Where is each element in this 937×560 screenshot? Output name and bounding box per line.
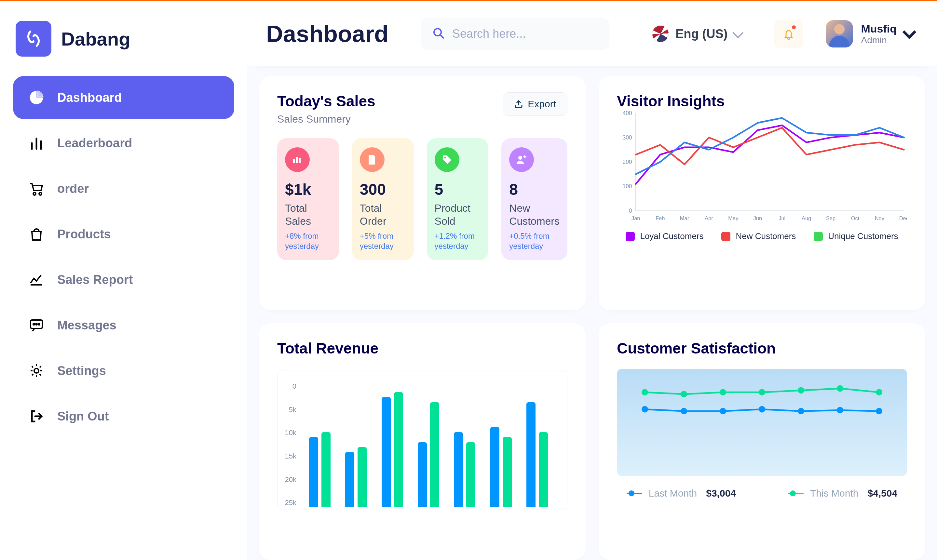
sidebar-item-settings[interactable]: Settings: [13, 349, 234, 392]
svg-point-7: [36, 323, 37, 325]
sidebar-item-label: Dashboard: [57, 91, 122, 105]
kpi-value: 5: [435, 180, 481, 198]
bar: [358, 447, 367, 507]
user-role: Admin: [861, 35, 897, 46]
svg-point-44: [641, 389, 648, 395]
legend-label: Unique Customers: [828, 231, 898, 241]
svg-point-39: [720, 408, 726, 414]
svg-point-6: [33, 323, 34, 325]
chat-icon: [27, 316, 46, 334]
svg-point-47: [759, 389, 765, 395]
svg-point-8: [39, 323, 40, 325]
brand-logo-icon: [15, 21, 51, 57]
legend-label: Loyal Customers: [640, 231, 703, 241]
legend-marker-icon: [788, 491, 804, 496]
sidebar-item-label: Leaderboard: [57, 136, 132, 150]
notifications-button[interactable]: [774, 20, 803, 48]
sidebar-item-dashboard[interactable]: Dashboard: [13, 76, 234, 119]
sidebar-item-order[interactable]: order: [13, 167, 234, 210]
svg-point-48: [798, 387, 804, 394]
kpi-tile: $1kTotal Sales+8% from yesterday: [277, 138, 339, 260]
legend-item: Loyal Customers: [626, 231, 703, 241]
bar-group: [418, 382, 439, 507]
sidebar-item-leaderboard[interactable]: Leaderboard: [13, 122, 234, 165]
bar: [345, 452, 354, 507]
total-revenue-chart: 05k10k15k20k25k: [277, 370, 567, 510]
svg-text:Sep: Sep: [826, 215, 835, 221]
kpi-icon: [360, 147, 385, 172]
kpi-icon: [435, 147, 459, 172]
kpi-delta: +0.5% from yesterday: [509, 231, 559, 251]
sidebar-item-label: Settings: [57, 364, 106, 378]
language-selector[interactable]: Eng (US): [652, 25, 742, 42]
svg-text:Apr: Apr: [705, 215, 713, 221]
chevron-down-icon: [903, 25, 916, 39]
svg-text:Aug: Aug: [801, 215, 811, 221]
svg-line-11: [441, 35, 444, 38]
svg-point-49: [837, 385, 843, 392]
search-box[interactable]: [421, 18, 609, 50]
bar: [321, 432, 331, 507]
shopping-bag-icon: [27, 225, 46, 243]
search-icon: [432, 27, 445, 41]
sidebar-item-label: Sales Report: [57, 273, 133, 287]
svg-point-4: [39, 192, 42, 195]
bar: [430, 402, 439, 507]
sidebar-item-label: Sign Out: [57, 409, 109, 423]
legend-item: Unique Customers: [814, 231, 898, 241]
card-title: Visitor Insights: [617, 92, 907, 110]
kpi-tile: 8New Customers+0.5% from yesterday: [501, 138, 567, 260]
todays-sales-card: Today's Sales Sales Summery Export $1kTo…: [259, 76, 586, 310]
legend-swatch-icon: [814, 232, 823, 241]
legend-swatch-icon: [721, 232, 730, 241]
bar-group: [526, 382, 548, 507]
total-revenue-card: Total Revenue 05k10k15k20k25k: [259, 323, 586, 560]
kpi-tile: 5Product Sold+1.2% from yesterday: [427, 138, 489, 260]
sidebar-item-sign-out[interactable]: Sign Out: [13, 395, 234, 438]
sidebar-item-label: Messages: [57, 318, 117, 332]
export-button[interactable]: Export: [502, 92, 567, 116]
kpi-delta: +8% from yesterday: [285, 231, 331, 251]
search-input[interactable]: [452, 27, 598, 41]
legend-value: $3,004: [706, 488, 736, 499]
bar: [394, 392, 403, 507]
chevron-down-icon: [732, 27, 743, 38]
kpi-label: Product Sold: [435, 202, 481, 228]
export-icon: [514, 100, 523, 109]
svg-point-3: [33, 192, 36, 195]
kpi-icon: [509, 147, 534, 172]
sign-out-icon: [27, 407, 46, 425]
legend-marker-icon: [627, 491, 642, 496]
svg-text:Mar: Mar: [680, 215, 689, 221]
bar: [466, 442, 475, 507]
svg-rect-13: [296, 157, 298, 163]
card-title: Customer Satisfaction: [617, 340, 907, 357]
bar-group: [490, 382, 512, 507]
card-title: Total Revenue: [277, 340, 567, 357]
header: Dashboard Eng (US) Musfiq: [247, 1, 937, 66]
sidebar-item-messages[interactable]: Messages: [13, 304, 234, 347]
kpi-value: $1k: [285, 180, 331, 198]
legend-label: New Customers: [736, 231, 796, 241]
sidebar-item-products[interactable]: Products: [13, 213, 234, 255]
svg-text:200: 200: [623, 159, 632, 165]
customer-satisfaction-chart: [617, 369, 907, 476]
svg-text:Jul: Jul: [778, 215, 785, 221]
svg-rect-12: [293, 159, 295, 163]
sidebar-item-sales-report[interactable]: Sales Report: [13, 258, 234, 301]
kpi-label: Total Sales: [285, 202, 331, 228]
user-menu[interactable]: Musfiq Admin: [826, 20, 914, 48]
bar-group: [454, 382, 475, 507]
svg-text:Feb: Feb: [656, 215, 665, 221]
svg-point-15: [444, 157, 446, 159]
language-label: Eng (US): [675, 27, 727, 41]
svg-point-43: [876, 408, 882, 414]
card-subtitle: Sales Summery: [277, 113, 376, 125]
legend-label: Last Month: [649, 488, 697, 499]
legend-value: $4,504: [868, 488, 897, 499]
svg-point-40: [759, 406, 765, 413]
visitor-insights-card: Visitor Insights 0100200300400JanFebMarA…: [599, 76, 925, 310]
bar: [309, 437, 318, 507]
svg-point-46: [720, 389, 726, 395]
bell-icon: [782, 27, 795, 40]
